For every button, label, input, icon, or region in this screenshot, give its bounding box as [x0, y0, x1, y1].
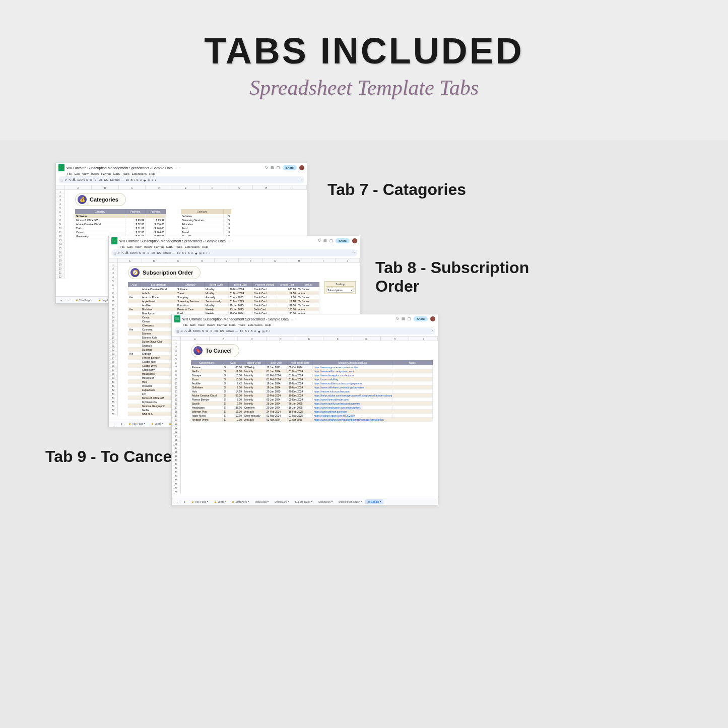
sheet-tab[interactable]: 🔒Title Page ▾	[189, 499, 211, 504]
menu-item[interactable]: Help	[202, 245, 208, 248]
menu-item[interactable]: Extensions	[248, 323, 262, 326]
all-sheets-button[interactable]: ≡	[181, 499, 188, 504]
menu-item[interactable]: File	[120, 245, 125, 248]
table-row[interactable]: Microsoft Office 365$ 99.99$ 99.99	[75, 218, 166, 222]
folder-icon[interactable]: ▫	[232, 239, 233, 242]
table-row[interactable]: Canva$ 12.00$ 144.00	[75, 230, 166, 234]
all-sheets-button[interactable]: ≡	[65, 298, 72, 303]
sorting-dropdown[interactable]: Subscriptions▾	[326, 288, 354, 293]
sheet-tab[interactable]: Subscription Order ▾	[336, 499, 364, 504]
sheet-tab[interactable]: To Cancel ▾	[365, 499, 383, 504]
menu-item[interactable]: Data	[229, 323, 236, 326]
add-sheet-button[interactable]: +	[58, 298, 64, 303]
table-row[interactable]: Skillshare$7.00Monthly19 Jan 202419 Nov …	[191, 385, 433, 389]
add-sheet-button[interactable]: +	[174, 499, 180, 504]
history-icon[interactable]: ↻	[318, 239, 321, 243]
share-button[interactable]: Share	[336, 238, 350, 243]
sheet-tab[interactable]: Subscriptions ▾	[293, 499, 315, 504]
star-icon[interactable]: ☆	[175, 166, 177, 170]
toolbar[interactable]: ☰ ↶↷🖶 100%$% .0.00123 Default—10 BIS A◆⊞…	[58, 176, 304, 183]
table-row[interactable]: Travel3	[181, 230, 231, 234]
table-row[interactable]: Netflix$11.00Monthly01 Jan 202401 Nov 20…	[191, 369, 433, 373]
table-row[interactable]: Hulu$14.99Monthly20 Jan 202520 Dec 2024h…	[191, 389, 433, 393]
table-row[interactable]: Software5	[181, 214, 231, 218]
menu-item[interactable]: Format	[217, 323, 227, 326]
menu-item[interactable]: Help	[149, 172, 155, 175]
menu-item[interactable]: View	[198, 323, 205, 326]
menu-item[interactable]: Insert	[144, 245, 152, 248]
sheet-tab[interactable]: Dashboard ▾	[272, 499, 291, 504]
table-row[interactable]: Education3	[181, 222, 231, 226]
folder-icon[interactable]: ▫	[179, 166, 180, 169]
toolbar[interactable]: ☰↶↷🖶 100%$% .0.00123 Arrow—10 BIS A◆⊞ ≡↕…	[111, 249, 357, 256]
menu-item[interactable]: Data	[113, 172, 120, 175]
menu-item[interactable]: Tools	[238, 323, 245, 326]
sheet-tab[interactable]: Categories ▾	[316, 499, 335, 504]
meet-icon[interactable]: ▢	[329, 239, 333, 243]
sheet-tabs[interactable]: +≡🔒Title Page ▾🔒Legal ▾🔒Start Here ▾Inpu…	[172, 498, 438, 505]
meet-icon[interactable]: ▢	[408, 317, 411, 321]
table-row[interactable]: Fitness Blender$8.00Monthly05 Jan 202405…	[191, 398, 433, 402]
avatar[interactable]	[299, 165, 304, 170]
sheet-tab[interactable]: 🔒Title Page ▾	[73, 298, 95, 303]
sheet-tab[interactable]: 🔒Title Page ▾	[126, 421, 148, 426]
history-icon[interactable]: ↻	[265, 166, 268, 170]
sheet-tab[interactable]: 🔒Start Here ▾	[229, 499, 251, 504]
menu-item[interactable]: Extensions	[132, 172, 147, 175]
menu-item[interactable]: Insert	[207, 323, 215, 326]
table-row[interactable]: Trello$ 11.67$ 140.08	[75, 226, 166, 230]
menu-bar[interactable]: FileEditViewInsertFormatDataToolsExtensi…	[172, 323, 438, 327]
table-row[interactable]: Audible$7.42Monthly19 Jan 202419 Nov 202…	[191, 381, 433, 385]
menu-item[interactable]: Extensions	[185, 245, 200, 248]
table-row[interactable]: Food3	[181, 226, 231, 230]
table-row[interactable]: YesAmazon PrimeShoppingAnnually01 Apr 20…	[128, 295, 319, 299]
table-row[interactable]: Adobe Creative Cloud$53.00Monthly10 Feb …	[191, 393, 433, 398]
menu-item[interactable]: Edit	[190, 323, 195, 326]
meet-icon[interactable]: ▢	[277, 166, 280, 170]
comment-icon[interactable]: ▤	[402, 317, 405, 321]
folder-icon[interactable]: ▫	[295, 317, 296, 320]
menu-bar[interactable]: FileEditViewInsertFormatDataToolsExtensi…	[109, 245, 360, 249]
menu-item[interactable]: Tools	[175, 245, 182, 248]
menu-item[interactable]: Edit	[75, 172, 80, 175]
table-row[interactable]: Streaming Services5	[181, 218, 231, 222]
star-icon[interactable]: ☆	[291, 317, 293, 321]
history-icon[interactable]: ↻	[396, 317, 399, 321]
table-row[interactable]: Apple MusicStreaming ServicesSemi-annual…	[128, 299, 319, 303]
menu-item[interactable]: View	[82, 172, 89, 175]
all-sheets-button[interactable]: ≡	[118, 421, 125, 426]
menu-item[interactable]: Edit	[127, 245, 133, 248]
table-row[interactable]: Patreon$80.003 Weekly12 Jan 202109 Oct 2…	[191, 365, 433, 369]
table-row[interactable]: Adobe Creative CloudSoftwareMonthly10 No…	[128, 287, 319, 291]
table-row[interactable]: Zoom$10.00Monthly01 Feb 202401 Nov 2024h…	[191, 377, 433, 381]
table-row[interactable]: AudibleEducationMonthly19 Jan 2025Credit…	[128, 303, 319, 307]
table-row[interactable]: Adobe Creative Cloud$ 52.00$ 636.00	[75, 222, 166, 226]
table-row[interactable]: Disney+$10.00Monthly01 Feb 202401 Nov 20…	[191, 373, 433, 377]
table-row[interactable]: Apple Music$10.99Semi-annually01 Mar 202…	[191, 414, 433, 418]
comment-icon[interactable]: ▤	[323, 239, 327, 243]
table-row[interactable]: Walmart Plus$13.00Annually24 Feb 202416 …	[191, 410, 433, 414]
table-row[interactable]: AirbnbTravelMonthly01 Nov 2024Credit Car…	[128, 291, 319, 295]
menu-item[interactable]: Format	[154, 245, 164, 248]
star-icon[interactable]: ☆	[228, 239, 230, 243]
comment-icon[interactable]: ▤	[271, 166, 274, 170]
share-button[interactable]: Share	[414, 316, 428, 321]
menu-item[interactable]: View	[135, 245, 142, 248]
menu-item[interactable]: Data	[166, 245, 173, 248]
table-row[interactable]: Headspace$38.96Quarterly29 Jan 202416 Ja…	[191, 406, 433, 410]
menus-icon[interactable]: ☰	[60, 178, 63, 182]
sheet-tab[interactable]: 🔒Legal ▾	[212, 499, 228, 504]
sheet-tab[interactable]: Input Data ▾	[252, 499, 271, 504]
menu-item[interactable]: Tools	[122, 172, 129, 175]
avatar[interactable]	[352, 238, 357, 243]
table-row[interactable]: Software	[75, 214, 166, 218]
table-row[interactable]: YesBirchboxPersonal CareWeekly23 Jan 202…	[128, 307, 319, 311]
menu-item[interactable]: File	[183, 323, 188, 326]
sheet-tab[interactable]: 🔒Legal ▾	[149, 421, 165, 426]
table-row[interactable]: Spotify$9.99Monthly26 Jan 202426 Jan 202…	[191, 402, 433, 406]
avatar[interactable]	[430, 316, 435, 321]
table-row[interactable]: Amazon Prime$9.00Annually01 Apr 202401 A…	[191, 418, 433, 422]
menu-item[interactable]: Help	[265, 323, 271, 326]
menu-item[interactable]: File	[67, 172, 72, 175]
toolbar[interactable]: ☰↶↷🖶 100%$% .0.00123 Arrow—10 BIS A◆⊞ ≡⫶…	[174, 327, 435, 335]
